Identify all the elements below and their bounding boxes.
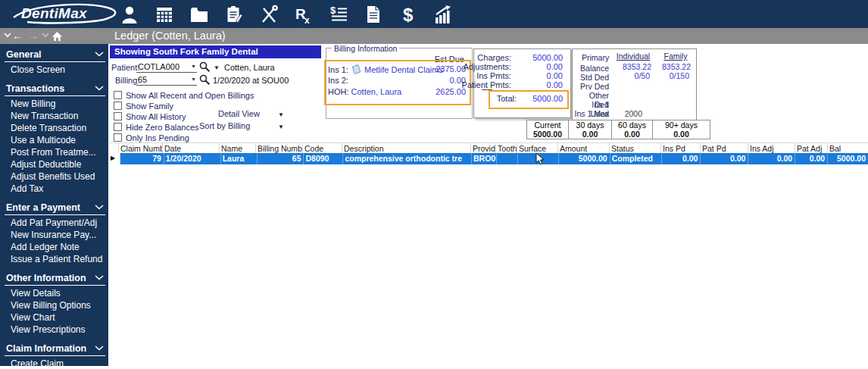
cell-tooth — [497, 153, 518, 164]
tools-icon[interactable] — [259, 5, 279, 24]
sidebar-item-delete-transaction[interactable]: Delete Transaction — [0, 122, 108, 134]
ins1-max-label: Ins 1 Max — [574, 109, 609, 118]
section-label: General — [6, 49, 42, 60]
col-header-code[interactable]: Code — [303, 143, 342, 154]
col-header-billing-number[interactable]: Billing Number — [256, 143, 303, 154]
schedule-icon[interactable] — [155, 5, 174, 24]
sidebar-item-close-screen[interactable]: Close Screen — [0, 64, 108, 76]
svg-text:$: $ — [403, 5, 414, 24]
col-header-provider[interactable]: Provider — [471, 143, 496, 154]
checkbox-show-all-history[interactable] — [114, 112, 122, 120]
sidebar-item-new-transaction[interactable]: New Transaction — [0, 110, 108, 122]
back-arrow-icon[interactable]: ← — [12, 30, 23, 42]
home-icon[interactable] — [52, 31, 63, 42]
col-header-claim-number[interactable]: Claim Number — [119, 143, 163, 154]
sidebar-section-other-information[interactable]: Other Information — [5, 272, 105, 286]
dropdown-arrow-icon[interactable]: ▼ — [278, 124, 284, 130]
combo-arrow-icon[interactable]: ▼ — [191, 64, 196, 69]
ledger-table-header: Claim Number Date Name Billing Number Co… — [110, 142, 868, 154]
chevron-down-icon[interactable] — [4, 33, 11, 38]
sidebar-item-add-tax[interactable]: Add Tax — [0, 183, 108, 195]
checkbox-only-ins-pending[interactable] — [114, 133, 122, 142]
col-header-ins-pd[interactable]: Ins Pd — [661, 143, 701, 154]
sidebar-item-adjust-benefits-used[interactable]: Adjust Benefits Used — [0, 170, 108, 183]
payments-dollar-icon[interactable]: $ — [398, 5, 418, 24]
sidebar-item-issue-patient-refund[interactable]: Issue a Patient Refund — [0, 253, 108, 265]
std-ded-label: Std Ded — [574, 73, 609, 82]
cell-amount: 5000.00 — [559, 153, 610, 164]
col-header-name[interactable]: Name — [220, 143, 256, 154]
cell-status: Completed — [610, 153, 662, 164]
reports-chart-icon[interactable] — [433, 5, 453, 24]
col-header-amount[interactable]: Amount — [558, 143, 610, 154]
cell-billing-number: 65 — [258, 153, 304, 164]
search-icon[interactable] — [199, 74, 211, 86]
forms-document-icon[interactable] — [364, 5, 383, 24]
aging-value: 0.00 — [612, 130, 652, 139]
col-header-description[interactable]: Description — [342, 143, 471, 154]
sidebar-item-new-billing[interactable]: New Billing — [0, 98, 108, 110]
sidebar-item-add-ledger-note[interactable]: Add Ledger Note — [0, 241, 108, 253]
col-header-pat-pd[interactable]: Pat Pd — [701, 143, 748, 154]
view-select-value[interactable]: Detail View — [218, 109, 260, 118]
family-column-header: Family — [657, 52, 694, 61]
chevron-down-icon — [95, 52, 104, 57]
search-icon[interactable] — [199, 61, 211, 73]
aging-30-days-box: 30 days 0.00 — [568, 120, 612, 139]
billing-combobox[interactable]: 65 ▼ — [136, 75, 197, 86]
cell-pat-adj: 0.00 — [795, 153, 828, 164]
cell-pat-pd: 0.00 — [701, 153, 748, 164]
documents-folder-icon[interactable] — [189, 5, 209, 24]
dropdown-arrow-icon[interactable]: ▼ — [278, 111, 284, 118]
sidebar-section-general[interactable]: General — [5, 48, 105, 62]
sort-select-value[interactable]: Sort by Billing — [199, 121, 250, 130]
checkbox-show-family[interactable] — [114, 102, 122, 110]
patient-icon[interactable] — [120, 5, 139, 24]
sidebar-section-transactions[interactable]: Transactions — [5, 83, 105, 96]
sidebar-item-view-chart[interactable]: View Chart — [0, 311, 108, 324]
ledger-table-row-selected[interactable]: ▶ 79 1/20/2020 Laura 65 D8090 comprehens… — [110, 153, 868, 164]
sidebar-item-use-a-multicode[interactable]: Use a Multicode — [0, 134, 108, 146]
cell-description: comprehensive orthodontic tre — [343, 153, 472, 164]
patient-combobox-value: COTLA000 — [138, 62, 180, 71]
chevron-down-icon — [95, 205, 104, 210]
col-header-status[interactable]: Status — [610, 143, 661, 154]
col-header-surface[interactable]: Surface — [517, 143, 558, 154]
sidebar-item-add-pat-payment-adj[interactable]: Add Pat Payment/Adj — [0, 217, 108, 229]
forward-arrow-icon[interactable]: → — [28, 30, 39, 42]
clipboard-icon[interactable] — [224, 5, 244, 24]
total-label: Total: — [492, 94, 517, 103]
billing-detail: 1/20/2020 at SOU00 — [213, 76, 289, 85]
aging-label: 60 days — [612, 120, 652, 130]
col-header-ins-adj[interactable]: Ins Adj — [748, 143, 795, 154]
hoh-name[interactable]: Cotten, Laura — [351, 87, 402, 96]
sidebar-item-view-billing-options[interactable]: View Billing Options — [0, 299, 108, 311]
ledger-icon[interactable]: $ — [329, 5, 348, 24]
sidebar-item-create-claim[interactable]: Create Claim — [0, 358, 108, 369]
section-label: Enter a Payment — [6, 202, 80, 213]
mouse-cursor — [535, 153, 545, 165]
col-header-pat-adj[interactable]: Pat Adj — [795, 143, 828, 154]
combo-arrow-icon[interactable]: ▼ — [191, 77, 196, 82]
patient-combobox[interactable]: COTLA000 ▼ — [136, 62, 197, 73]
sidebar-section-claim-information[interactable]: Claim Information — [5, 342, 105, 356]
checkbox-show-all-recent[interactable] — [114, 91, 122, 99]
sidebar-item-view-details[interactable]: View Details — [0, 287, 108, 299]
sidebar-item-adjust-deductible[interactable]: Adjust Deductible — [0, 158, 108, 170]
sidebar-item-new-insurance-pay[interactable]: New Insurance Pay... — [0, 229, 108, 241]
svg-text:x: x — [304, 15, 310, 24]
dropdown-arrow-icon[interactable]: ▼ — [214, 64, 220, 71]
sidebar-section-enter-a-payment[interactable]: Enter a Payment — [5, 202, 105, 215]
logo-text: DentiMax — [21, 5, 87, 22]
col-header-date[interactable]: Date — [163, 143, 220, 154]
col-header-bal[interactable]: Bal — [828, 143, 868, 154]
col-header-tooth[interactable]: Tooth — [496, 143, 517, 154]
prescriptions-rx-icon[interactable]: Rx — [294, 5, 314, 24]
chevron-down-icon[interactable] — [42, 33, 49, 38]
sidebar-item-view-prescriptions[interactable]: View Prescriptions — [0, 324, 108, 336]
current-row-marker: ▶ — [110, 153, 120, 164]
sidebar-item-post-from-treatment[interactable]: Post From Treatme... — [0, 146, 108, 158]
balance-individual: 8353.22 — [612, 62, 651, 71]
checkbox-hide-zero-balances[interactable] — [114, 123, 122, 131]
cell-name: Laura — [221, 153, 258, 164]
